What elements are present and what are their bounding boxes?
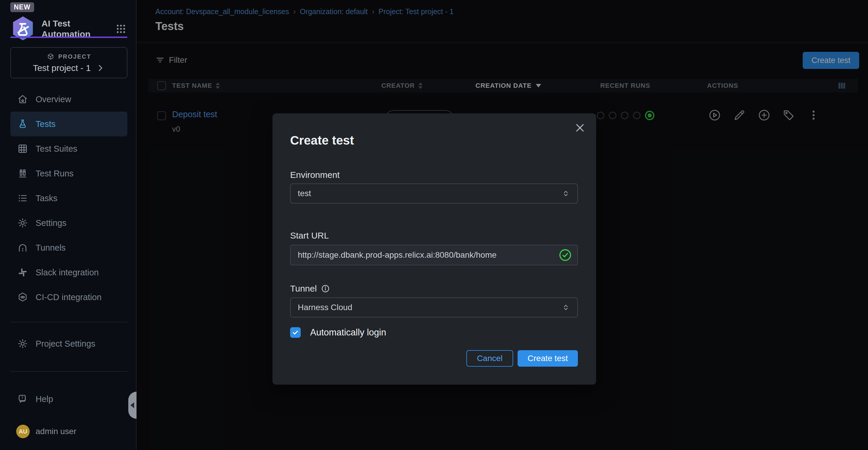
tunnel-select[interactable]: Harness Cloud [290, 298, 578, 317]
modal-create-test-button[interactable]: Create test [518, 350, 578, 367]
user-name: admin user [36, 427, 76, 436]
project-selector[interactable]: PROJECT Test project - 1 [10, 47, 127, 78]
gear-icon [18, 338, 28, 349]
check-icon [292, 329, 299, 336]
grid-icon [18, 143, 28, 154]
sidebar-item-label: Settings [36, 218, 66, 228]
help-bubble-icon: ? [18, 394, 28, 404]
list-icon [18, 193, 28, 203]
start-url-label: Start URL [290, 231, 329, 241]
brand-accent-rule [10, 36, 127, 38]
sidebar-item-tasks[interactable]: Tasks [10, 186, 127, 210]
svg-text:?: ? [21, 395, 23, 400]
sidebar-item-label: CI-CD integration [36, 292, 101, 302]
app-logo-icon [10, 15, 36, 43]
chevrons-up-down-icon [561, 303, 570, 312]
user-menu[interactable]: AU admin user [10, 420, 127, 443]
sidebar-item-label: Tunnels [36, 243, 66, 253]
sidebar-item-label: Test Suites [36, 144, 78, 154]
sidebar-item-test-runs[interactable]: Test Runs [10, 161, 127, 186]
auto-login-label: Automatically login [310, 327, 386, 338]
tunnel-icon [18, 243, 28, 253]
info-icon[interactable] [321, 284, 330, 293]
sidebar-item-label: Test Runs [36, 169, 73, 178]
sidebar-item-tests[interactable]: Tests [10, 112, 127, 136]
auto-login-row: Automatically login [290, 327, 386, 338]
project-name-label: Test project - 1 [33, 63, 91, 73]
tunnel-label: Tunnel [290, 284, 330, 293]
sidebar-item-label: Slack integration [36, 268, 99, 277]
sidebar-item-overview[interactable]: Overview [10, 87, 127, 112]
app-root: NEW AI Test Automation [0, 0, 868, 450]
collapse-arrow-icon [130, 402, 134, 408]
tunnel-value: Harness Cloud [298, 303, 352, 312]
cancel-button[interactable]: Cancel [466, 350, 513, 367]
sidebar-item-tunnels[interactable]: Tunnels [10, 235, 127, 260]
new-badge: NEW [10, 2, 34, 12]
project-eyebrow: PROJECT [46, 53, 91, 61]
sidebar-item-slack-integration[interactable]: Slack integration [10, 260, 127, 285]
close-icon[interactable] [575, 122, 586, 133]
start-url-input[interactable] [298, 250, 558, 260]
project-name: Test project - 1 [33, 63, 105, 73]
create-test-modal: Create test Environment test Start URL T… [273, 113, 596, 385]
project-eyebrow-label: PROJECT [58, 53, 91, 60]
gear-icon [18, 218, 28, 228]
modal-actions: Cancel Create test [466, 350, 578, 367]
environment-label: Environment [290, 170, 340, 180]
sidebar-item-test-suites[interactable]: Test Suites [10, 136, 127, 161]
environment-select[interactable]: test [290, 184, 578, 203]
sidebar-item-label: Tests [36, 119, 56, 129]
brand: AI Test Automation [10, 15, 127, 43]
sidebar-item-settings[interactable]: Settings [10, 210, 127, 235]
check-circle-icon [558, 248, 572, 262]
sidebar-divider [10, 371, 127, 372]
columns-icon [18, 168, 28, 179]
sidebar-item-project-settings[interactable]: Project Settings [10, 331, 127, 356]
flask-icon [18, 119, 28, 129]
environment-value: test [298, 189, 311, 198]
apps-grid-icon[interactable] [115, 22, 127, 35]
chevrons-up-down-icon [561, 189, 570, 198]
start-url-field [290, 245, 578, 265]
modal-title: Create test [290, 133, 354, 147]
sidebar-item-label: Tasks [36, 194, 57, 203]
chevron-right-icon [96, 64, 105, 73]
sidebar-item-label: Help [36, 394, 53, 404]
cicd-icon [18, 292, 28, 303]
sidebar: NEW AI Test Automation [0, 0, 136, 450]
sidebar-divider [10, 322, 127, 322]
sidebar-item-help[interactable]: ? Help [10, 387, 127, 412]
sidebar-collapse-handle[interactable] [128, 392, 136, 419]
cube-icon [46, 53, 55, 61]
sidebar-item-label: Overview [36, 94, 71, 104]
avatar: AU [16, 425, 30, 438]
sidebar-nav: Overview Tests Test Suites Test Runs Tas… [10, 87, 127, 310]
home-icon [18, 94, 28, 105]
slack-icon [18, 267, 28, 278]
sidebar-item-cicd-integration[interactable]: CI-CD integration [10, 285, 127, 310]
tunnel-label-text: Tunnel [290, 284, 317, 293]
sidebar-item-label: Project Settings [36, 339, 95, 349]
auto-login-checkbox[interactable] [290, 327, 301, 338]
